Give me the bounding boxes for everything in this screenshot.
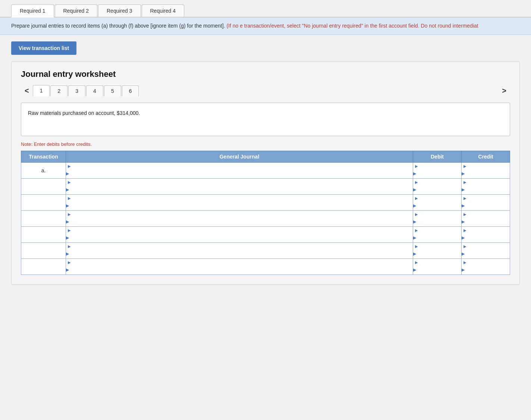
worksheet-tabs-row: < 1 2 3 4 5 6 > <box>21 85 510 97</box>
instruction-banner: Prepare journal entries to record items … <box>0 18 531 35</box>
journal-cell-3[interactable]: ▶ <box>66 195 413 211</box>
debit-input-6[interactable] <box>417 249 461 258</box>
credit-cell-2[interactable]: ▶ <box>462 179 510 195</box>
instruction-red-text: (If no e transaction/event, select "No j… <box>226 23 478 29</box>
table-row: ▶ ▶ ▶ <box>21 211 510 227</box>
worksheet-prev-button[interactable]: < <box>21 85 33 97</box>
transaction-cell-5 <box>21 227 66 243</box>
journal-cell-4[interactable]: ▶ <box>66 211 413 227</box>
journal-input-5[interactable] <box>70 233 413 242</box>
instruction-main-text: Prepare journal entries to record items … <box>11 23 225 29</box>
journal-cell-6[interactable]: ▶ <box>66 243 413 259</box>
worksheet-tab-2[interactable]: 2 <box>50 85 67 96</box>
debit-cell-1[interactable]: ▶ <box>413 163 462 179</box>
debit-input-5[interactable] <box>417 233 461 242</box>
worksheet-title: Journal entry worksheet <box>21 69 510 79</box>
arrow-icon-credit-1: ▶ <box>462 171 465 176</box>
arrow-icon-debit-1: ▶ <box>413 171 416 176</box>
journal-input-4[interactable] <box>70 217 413 226</box>
debit-input-7[interactable] <box>417 265 461 275</box>
debit-input-1[interactable] <box>417 169 461 178</box>
credit-cell-1[interactable]: ▶ <box>462 163 510 179</box>
arrow-icon-6: ▶ <box>66 251 69 256</box>
col-header-credit: Credit <box>462 151 510 163</box>
debit-cell-2[interactable]: ▶ <box>413 179 462 195</box>
credit-cell-7[interactable]: ▶ <box>462 259 510 275</box>
debit-input-4[interactable] <box>417 217 461 226</box>
worksheet-tab-4[interactable]: 4 <box>86 85 103 96</box>
credit-input-7[interactable] <box>466 265 510 275</box>
arrow-icon-debit-2: ▶ <box>413 187 416 192</box>
note-text: Note: Enter debits before credits. <box>21 141 510 147</box>
debit-cell-7[interactable]: ▶ <box>413 259 462 275</box>
debit-cell-5[interactable]: ▶ <box>413 227 462 243</box>
col-header-transaction: Transaction <box>21 151 66 163</box>
arrow-icon-1: ▶ <box>66 171 69 176</box>
journal-input-6[interactable] <box>70 249 413 258</box>
arrow-icon-5: ▶ <box>66 235 69 240</box>
journal-table: Transaction General Journal Debit Credit… <box>21 151 510 275</box>
journal-input-7[interactable] <box>70 265 413 275</box>
arrow-icon-credit-5: ▶ <box>462 235 465 240</box>
transaction-cell-6 <box>21 243 66 259</box>
arrow-icon-credit-6: ▶ <box>462 251 465 256</box>
debit-cell-6[interactable]: ▶ <box>413 243 462 259</box>
debit-input-2[interactable] <box>417 185 461 194</box>
arrow-icon-3: ▶ <box>66 203 69 208</box>
table-row: ▶ ▶ ▶ <box>21 179 510 195</box>
credit-input-2[interactable] <box>466 185 510 194</box>
col-header-debit: Debit <box>413 151 462 163</box>
table-row: ▶ ▶ ▶ <box>21 243 510 259</box>
transaction-cell-3 <box>21 195 66 211</box>
arrow-icon-7: ▶ <box>66 267 69 272</box>
journal-cell-5[interactable]: ▶ <box>66 227 413 243</box>
credit-cell-4[interactable]: ▶ <box>462 211 510 227</box>
journal-cell-2[interactable]: ▶ <box>66 179 413 195</box>
table-row: ▶ ▶ ▶ <box>21 259 510 275</box>
credit-input-3[interactable] <box>466 201 510 210</box>
credit-cell-5[interactable]: ▶ <box>462 227 510 243</box>
col-header-general-journal: General Journal <box>66 151 413 163</box>
journal-input-2[interactable] <box>70 185 413 194</box>
credit-input-1[interactable] <box>466 169 510 178</box>
debit-input-3[interactable] <box>417 201 461 210</box>
transaction-cell-7 <box>21 259 66 275</box>
view-transaction-list-button[interactable]: View transaction list <box>11 41 76 55</box>
worksheet-tab-1[interactable]: 1 <box>33 85 50 97</box>
worksheet-tab-6[interactable]: 6 <box>122 85 139 96</box>
transaction-description-text: Raw materials purchased on account, $314… <box>28 110 140 116</box>
debit-cell-4[interactable]: ▶ <box>413 211 462 227</box>
worksheet-tab-5[interactable]: 5 <box>104 85 121 96</box>
credit-input-5[interactable] <box>466 233 510 242</box>
tab-required-1[interactable]: Required 1 <box>11 4 54 18</box>
transaction-cell-4 <box>21 211 66 227</box>
tab-required-3[interactable]: Required 3 <box>98 4 141 17</box>
debit-cell-3[interactable]: ▶ <box>413 195 462 211</box>
journal-input-1[interactable] <box>70 169 413 178</box>
journal-cell-1[interactable]: ▶ <box>66 163 413 179</box>
tab-required-2[interactable]: Required 2 <box>55 4 98 17</box>
page-container: Required 1 Required 2 Required 3 Require… <box>0 0 531 420</box>
arrow-icon-debit-4: ▶ <box>413 219 416 224</box>
table-row: ▶ ▶ ▶ <box>21 227 510 243</box>
arrow-icon-credit-2: ▶ <box>462 187 465 192</box>
credit-input-6[interactable] <box>466 249 510 258</box>
button-row: View transaction list <box>0 35 531 62</box>
tab-required-4[interactable]: Required 4 <box>142 4 185 17</box>
journal-cell-7[interactable]: ▶ <box>66 259 413 275</box>
tabs-container: Required 1 Required 2 Required 3 Require… <box>0 0 531 18</box>
arrow-icon-debit-3: ▶ <box>413 203 416 208</box>
transaction-description-box: Raw materials purchased on account, $314… <box>21 103 510 136</box>
credit-cell-6[interactable]: ▶ <box>462 243 510 259</box>
arrow-icon-credit-4: ▶ <box>462 219 465 224</box>
journal-input-3[interactable] <box>70 201 413 210</box>
credit-cell-3[interactable]: ▶ <box>462 195 510 211</box>
arrow-icon-4: ▶ <box>66 219 69 224</box>
arrow-icon-credit-3: ▶ <box>462 203 465 208</box>
credit-input-4[interactable] <box>466 217 510 226</box>
worksheet-next-button[interactable]: > <box>498 85 510 97</box>
transaction-cell-1: a. <box>21 163 66 179</box>
worksheet-tab-3[interactable]: 3 <box>68 85 85 96</box>
arrow-icon-2: ▶ <box>66 187 69 192</box>
transaction-cell-2 <box>21 179 66 195</box>
